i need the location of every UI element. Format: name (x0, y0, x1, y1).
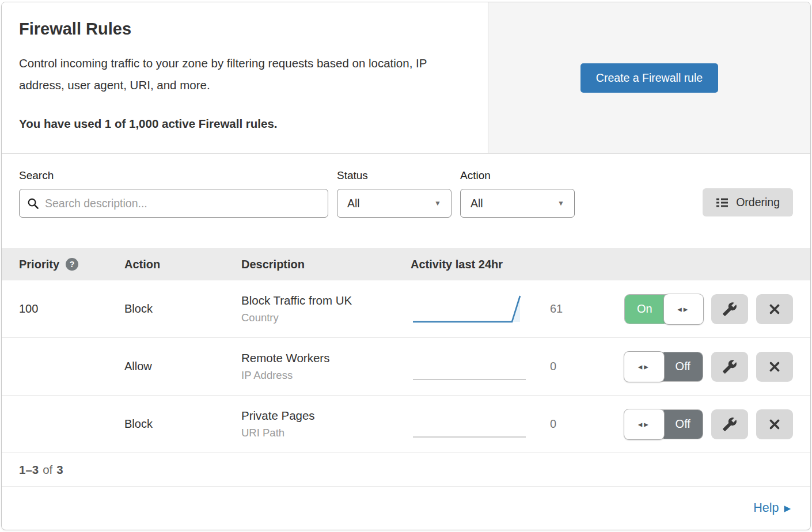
rule-match-type: Country (241, 311, 411, 324)
toggle-knob: ◂▸ (663, 294, 704, 325)
pagination-total: 3 (56, 463, 63, 477)
header-section: Firewall Rules Control incoming traffic … (2, 2, 810, 154)
chevron-down-icon: ▼ (434, 199, 441, 207)
firewall-rules-card: Firewall Rules Control incoming traffic … (1, 2, 811, 530)
list-ordering-icon (716, 196, 728, 209)
rule-controls: ◂▸ Off (624, 352, 793, 382)
search-group: Search (19, 169, 328, 218)
status-select[interactable]: All ▼ (337, 189, 451, 218)
status-selected-value: All (347, 197, 360, 210)
search-icon (27, 197, 39, 210)
wrench-icon (722, 359, 737, 374)
header-action-panel: Create a Firewall rule (488, 2, 810, 153)
rule-controls: ◂▸ Off (624, 409, 793, 439)
table-header: Priority ? Action Description Activity l… (2, 248, 810, 280)
action-selected-value: All (470, 197, 483, 210)
priority-header-label: Priority (19, 258, 59, 271)
toggle-knob: ◂▸ (624, 409, 665, 440)
pagination-of: of (43, 463, 52, 477)
activity-sparkline (411, 291, 533, 328)
rule-title: Remote Workers (241, 351, 411, 365)
toggle-state-label: Off (663, 352, 703, 381)
rule-description: Remote Workers IP Address (241, 351, 411, 382)
activity-count: 0 (533, 417, 624, 431)
close-icon (768, 302, 781, 316)
search-box[interactable] (19, 189, 328, 218)
rule-action: Block (124, 302, 241, 316)
rule-title: Private Pages (241, 409, 411, 423)
rule-match-type: URI Path (241, 427, 411, 439)
ordering-button-label: Ordering (736, 196, 780, 209)
rule-action: Allow (124, 360, 241, 373)
column-header-description: Description (241, 258, 411, 271)
toggle-state-label: Off (663, 410, 703, 439)
rule-action: Block (124, 417, 241, 431)
usage-note: You have used 1 of 1,000 active Firewall… (19, 117, 470, 131)
toggle-knob: ◂▸ (624, 351, 665, 382)
filter-bar: Search Status All ▼ Action All ▼ (2, 154, 810, 248)
delete-rule-button[interactable] (756, 352, 793, 382)
header-text-panel: Firewall Rules Control incoming traffic … (2, 2, 488, 153)
rule-description: Private Pages URI Path (241, 409, 411, 439)
pagination-bar: 1–3 of 3 (2, 453, 810, 487)
rule-enabled-toggle[interactable]: On ◂▸ (624, 294, 703, 324)
wrench-icon (722, 417, 737, 432)
column-header-activity: Activity last 24hr (411, 258, 793, 271)
status-label: Status (337, 169, 451, 182)
edit-rule-button[interactable] (711, 409, 748, 439)
action-label: Action (460, 169, 575, 182)
search-label: Search (19, 169, 328, 182)
activity-sparkline (411, 348, 533, 385)
toggle-state-label: On (625, 295, 665, 324)
activity-count: 0 (533, 360, 624, 373)
pagination-range: 1–3 (19, 463, 39, 477)
wrench-icon (722, 302, 737, 317)
ordering-button[interactable]: Ordering (703, 188, 793, 216)
rule-description: Block Traffic from UK Country (241, 294, 411, 324)
rule-match-type: IP Address (241, 369, 411, 382)
column-header-priority: Priority ? (19, 258, 124, 271)
page-title: Firewall Rules (19, 20, 470, 39)
page-description: Control incoming traffic to your zone by… (19, 52, 462, 96)
table-row: 100 Block Block Traffic from UK Country … (2, 280, 810, 338)
edit-rule-button[interactable] (711, 352, 748, 382)
help-bar: Help ▶ (2, 487, 810, 530)
rule-enabled-toggle[interactable]: ◂▸ Off (624, 409, 703, 439)
search-input[interactable] (45, 197, 320, 210)
rule-enabled-toggle[interactable]: ◂▸ Off (624, 352, 703, 382)
rule-priority: 100 (19, 302, 124, 316)
rule-title: Block Traffic from UK (241, 294, 411, 307)
table-row: Allow Remote Workers IP Address 0 ◂▸ Off (2, 338, 810, 396)
rule-controls: On ◂▸ (624, 294, 793, 324)
delete-rule-button[interactable] (756, 294, 793, 324)
activity-count: 61 (533, 302, 624, 316)
action-filter-group: Action All ▼ (460, 169, 575, 218)
priority-help-icon[interactable]: ? (66, 258, 78, 271)
create-firewall-rule-button[interactable]: Create a Firewall rule (580, 63, 718, 93)
delete-rule-button[interactable] (756, 409, 793, 439)
help-link-label: Help (753, 501, 779, 515)
close-icon (768, 417, 781, 431)
activity-sparkline (411, 406, 533, 443)
edit-rule-button[interactable] (711, 294, 748, 324)
action-select[interactable]: All ▼ (460, 189, 575, 218)
arrow-right-icon: ▶ (784, 503, 791, 514)
help-link[interactable]: Help ▶ (753, 501, 791, 515)
close-icon (768, 360, 781, 374)
status-filter-group: Status All ▼ (337, 169, 451, 218)
chevron-down-icon: ▼ (557, 199, 564, 207)
table-row: Block Private Pages URI Path 0 ◂▸ Off (2, 396, 810, 453)
column-header-action: Action (124, 258, 241, 271)
